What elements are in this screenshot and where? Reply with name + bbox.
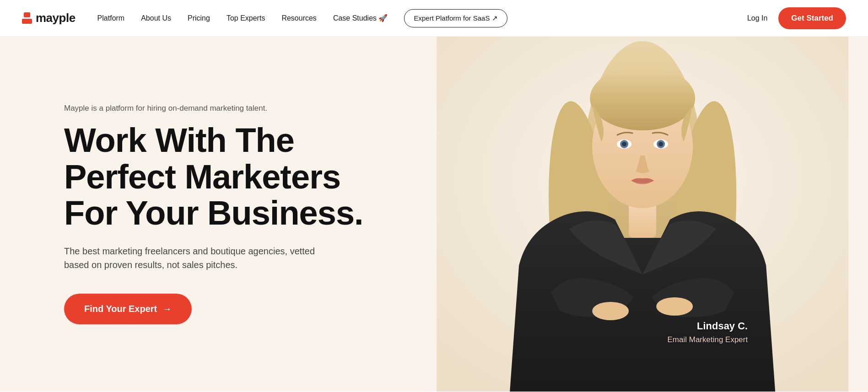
hero-title: Work With The Perfect Marketers For Your… bbox=[64, 122, 394, 232]
svg-point-15 bbox=[658, 142, 663, 146]
svg-point-7 bbox=[656, 297, 693, 316]
hero-tagline: Mayple is a platform for hiring on-deman… bbox=[64, 104, 394, 113]
saas-platform-button[interactable]: Expert Platform for SaaS ↗ bbox=[404, 9, 507, 27]
logo-text: mayple bbox=[36, 11, 75, 25]
hero-subtitle: The best marketing freelancers and bouti… bbox=[64, 244, 320, 272]
nav-case-studies[interactable]: Case Studies 🚀 bbox=[333, 14, 388, 22]
svg-point-6 bbox=[592, 302, 629, 320]
hero-content: Mayple is a platform for hiring on-deman… bbox=[64, 104, 394, 325]
nav-pricing[interactable]: Pricing bbox=[188, 14, 210, 22]
arrow-icon: → bbox=[162, 304, 172, 314]
logo-icon bbox=[22, 12, 32, 24]
hero-image-area: Lindsay C. Email Marketing Expert Lindsa… bbox=[417, 37, 868, 392]
svg-text:Lindsay C.: Lindsay C. bbox=[697, 320, 748, 332]
logo-link[interactable]: mayple bbox=[22, 11, 75, 25]
find-expert-label: Find Your Expert bbox=[84, 304, 157, 314]
nav-links: Platform About Us Pricing Top Experts Re… bbox=[97, 9, 736, 27]
nav-resources[interactable]: Resources bbox=[281, 14, 316, 22]
find-expert-button[interactable]: Find Your Expert → bbox=[64, 294, 192, 324]
get-started-button[interactable]: Get Started bbox=[778, 7, 846, 29]
hero-section: Mayple is a platform for hiring on-deman… bbox=[0, 37, 868, 392]
navbar: mayple Platform About Us Pricing Top Exp… bbox=[0, 0, 868, 37]
login-link[interactable]: Log In bbox=[747, 14, 767, 22]
hero-illustration: Lindsay C. Email Marketing Expert bbox=[417, 37, 868, 392]
nav-about[interactable]: About Us bbox=[141, 14, 171, 22]
nav-actions: Log In Get Started bbox=[747, 7, 846, 29]
nav-top-experts[interactable]: Top Experts bbox=[226, 14, 265, 22]
nav-platform[interactable]: Platform bbox=[97, 14, 125, 22]
svg-text:Email Marketing Expert: Email Marketing Expert bbox=[667, 335, 748, 344]
svg-point-12 bbox=[622, 142, 626, 146]
svg-point-9 bbox=[590, 66, 695, 130]
